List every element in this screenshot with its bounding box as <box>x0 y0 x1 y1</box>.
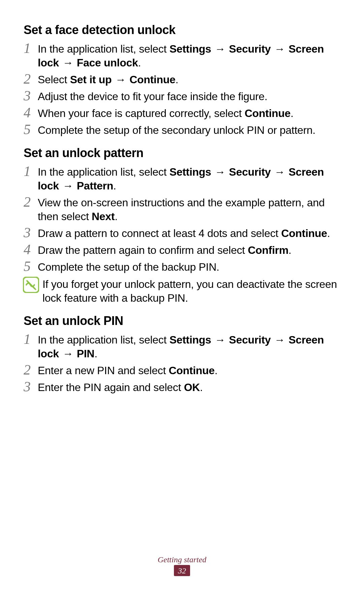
step-a2: 2 Select Set it up → Continue. <box>24 72 341 87</box>
step-number: 5 <box>24 259 38 273</box>
note-icon <box>23 277 39 293</box>
page-number: 32 <box>174 565 190 576</box>
step-number: 3 <box>24 380 38 394</box>
step-number: 1 <box>24 41 38 55</box>
step-text: Enter a new PIN and select Continue. <box>38 363 341 378</box>
manual-page: Set a face detection unlock 1 In the app… <box>0 0 364 394</box>
step-b4: 4 Draw the pattern again to confirm and … <box>24 243 341 257</box>
step-text: In the application list, select Settings… <box>38 333 341 361</box>
step-number: 4 <box>24 242 38 257</box>
step-number: 2 <box>24 72 38 86</box>
step-number: 3 <box>24 226 38 240</box>
step-text: Adjust the device to fit your face insid… <box>38 89 341 103</box>
step-text: View the on-screen instructions and the … <box>38 196 341 223</box>
step-text: Enter the PIN again and select OK. <box>38 380 341 394</box>
step-b2: 2 View the on-screen instructions and th… <box>24 196 341 223</box>
heading-unlock-pin: Set an unlock PIN <box>24 314 341 328</box>
step-number: 2 <box>24 363 38 377</box>
step-a4: 4 When your face is captured correctly, … <box>24 106 341 120</box>
step-text: In the application list, select Settings… <box>38 42 341 70</box>
step-number: 3 <box>24 89 38 103</box>
step-text: Complete the setup of the secondary unlo… <box>38 123 341 137</box>
note-text: If you forget your unlock pattern, you c… <box>42 277 341 305</box>
step-text: Complete the setup of the backup PIN. <box>38 260 341 274</box>
step-a5: 5 Complete the setup of the secondary un… <box>24 123 341 137</box>
step-c1: 1 In the application list, select Settin… <box>24 333 341 361</box>
step-number: 1 <box>24 164 38 178</box>
step-number: 5 <box>24 122 38 137</box>
step-c3: 3 Enter the PIN again and select OK. <box>24 380 341 394</box>
step-text: Draw a pattern to connect at least 4 dot… <box>38 226 341 240</box>
step-a1: 1 In the application list, select Settin… <box>24 42 341 70</box>
step-text: When your face is captured correctly, se… <box>38 106 341 120</box>
footer-section-name: Getting started <box>0 555 364 564</box>
step-c2: 2 Enter a new PIN and select Continue. <box>24 363 341 378</box>
page-footer: Getting started 32 <box>0 555 364 576</box>
step-a3: 3 Adjust the device to fit your face ins… <box>24 89 341 103</box>
note-block: If you forget your unlock pattern, you c… <box>24 277 341 305</box>
step-text: In the application list, select Settings… <box>38 165 341 193</box>
step-text: Select Set it up → Continue. <box>38 72 341 87</box>
step-number: 4 <box>24 106 38 120</box>
step-number: 1 <box>24 332 38 346</box>
step-b1: 1 In the application list, select Settin… <box>24 165 341 193</box>
heading-face-unlock: Set a face detection unlock <box>24 23 341 37</box>
step-b5: 5 Complete the setup of the backup PIN. <box>24 260 341 274</box>
step-number: 2 <box>24 195 38 209</box>
heading-unlock-pattern: Set an unlock pattern <box>24 146 341 160</box>
step-b3: 3 Draw a pattern to connect at least 4 d… <box>24 226 341 240</box>
step-text: Draw the pattern again to confirm and se… <box>38 243 341 257</box>
